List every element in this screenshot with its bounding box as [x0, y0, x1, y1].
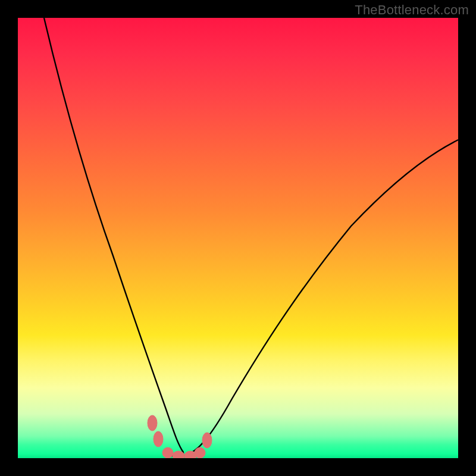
- curve-right: [183, 140, 458, 456]
- plot-area: [18, 18, 458, 458]
- curve-layer: [18, 18, 458, 458]
- marker-dot: [148, 415, 157, 431]
- watermark-label: TheBottleneck.com: [355, 2, 469, 18]
- marker-dot: [202, 433, 212, 448]
- marker-dot: [154, 431, 163, 447]
- marker-dot: [162, 447, 173, 458]
- chart-frame: TheBottleneck.com: [0, 0, 476, 476]
- marker-dot: [195, 447, 205, 458]
- marker-group: [148, 415, 212, 458]
- curve-left: [44, 18, 183, 456]
- marker-dot: [173, 451, 184, 458]
